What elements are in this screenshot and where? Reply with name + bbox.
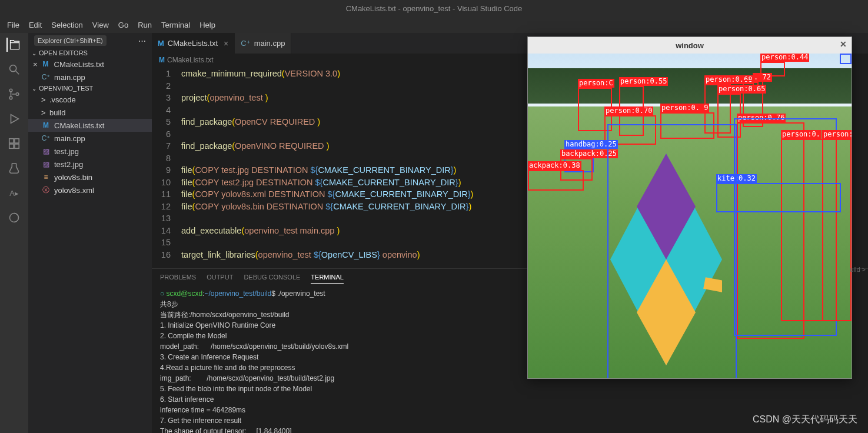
- detection-label: ackpack:0.38: [528, 161, 581, 170]
- cmake-icon[interactable]: [7, 211, 21, 225]
- cpp-file-icon: C⁺: [241, 39, 250, 48]
- image-file-icon: ▨: [41, 160, 51, 168]
- menubar: FileEditSelectionViewGoRunTerminalHelp: [0, 16, 868, 33]
- extensions-icon[interactable]: [7, 136, 21, 151]
- detection-label: person:0.44: [760, 54, 809, 62]
- binary-file-icon: ≡: [41, 173, 51, 181]
- close-editor-icon[interactable]: ×: [33, 60, 38, 69]
- svg-rect-7: [15, 139, 19, 143]
- panel-side-label: uild >: [850, 266, 866, 273]
- svg-rect-6: [9, 139, 14, 143]
- menu-file[interactable]: File: [2, 21, 24, 29]
- editor-tab[interactable]: C⁺main.cpp: [235, 33, 291, 54]
- open-editor-item[interactable]: ×MCMakeLists.txt: [28, 58, 152, 71]
- editor-tab[interactable]: MCMakeLists.txt×: [152, 33, 235, 54]
- file-tree-item[interactable]: ▨test2.jpg: [28, 158, 152, 171]
- menu-help[interactable]: Help: [195, 21, 220, 29]
- window-title: CMakeLists.txt - openvino_test - Visual …: [0, 0, 868, 16]
- detection-box: ackpack:0.38: [528, 170, 584, 191]
- panel-tab-terminal[interactable]: TERMINAL: [311, 274, 344, 284]
- menu-edit[interactable]: Edit: [24, 21, 46, 29]
- search-icon[interactable]: [7, 62, 21, 76]
- menu-selection[interactable]: Selection: [46, 21, 87, 29]
- sidebar-more-icon[interactable]: ⋯: [138, 36, 146, 45]
- source-control-icon[interactable]: [7, 87, 21, 101]
- close-tab-icon[interactable]: ×: [224, 39, 228, 48]
- run-debug-icon[interactable]: [7, 112, 21, 126]
- svg-line-1: [16, 71, 19, 75]
- menu-go[interactable]: Go: [114, 21, 133, 29]
- testing-icon[interactable]: [7, 161, 21, 175]
- svg-point-0: [10, 65, 16, 72]
- opencv-window[interactable]: window ✕ person:0.44cuperson:Cperson:0.5…: [527, 36, 852, 379]
- svg-point-4: [16, 93, 19, 96]
- opencv-window-title: window ✕: [528, 37, 852, 54]
- xml-file-icon: ⓧ: [41, 185, 51, 195]
- detection-label: person:0.55: [619, 77, 668, 86]
- cmake-file-icon: M: [41, 121, 51, 129]
- svg-rect-9: [15, 144, 19, 148]
- detection-label: . 72: [753, 73, 772, 82]
- image-file-icon: ▨: [41, 147, 51, 155]
- cmake-file-icon: M: [158, 39, 164, 48]
- menu-view[interactable]: View: [88, 21, 114, 29]
- activity-bar: A▸: [0, 33, 28, 433]
- detection-label: person:0: [822, 130, 852, 139]
- file-tree-item[interactable]: MCMakeLists.txt: [28, 119, 152, 132]
- detection-label: person:0.: [781, 130, 822, 139]
- file-tree-item[interactable]: C⁺main.cpp: [28, 132, 152, 145]
- open-editors-header[interactable]: ⌄OPEN EDITORS: [28, 48, 152, 58]
- detection-label: person:0.70: [604, 106, 653, 115]
- explorer-icon[interactable]: [6, 38, 21, 52]
- detection-label: person:C: [578, 79, 614, 88]
- svg-rect-8: [9, 144, 14, 148]
- cmake-file-icon: M: [159, 56, 165, 64]
- variables-icon[interactable]: A▸: [7, 186, 21, 200]
- menu-terminal[interactable]: Terminal: [157, 21, 195, 29]
- file-tree-item[interactable]: ⓧyolov8s.xml: [28, 184, 152, 196]
- detection-box: person:0: [822, 139, 852, 321]
- file-tree-item[interactable]: >build: [28, 106, 152, 119]
- detection-image: person:0.44cuperson:Cperson:0.55person:0…: [528, 54, 852, 378]
- sidebar: Explorer (Ctrl+Shift+E) ⋯ ⌄OPEN EDITORS …: [28, 33, 152, 433]
- svg-point-3: [9, 96, 12, 99]
- chevron-icon: >: [41, 108, 49, 117]
- detection-box: cu: [840, 54, 852, 64]
- panel-tab-output[interactable]: OUTPUT: [207, 274, 233, 284]
- close-icon[interactable]: ✕: [840, 39, 847, 49]
- panel-tab-problems[interactable]: PROBLEMS: [160, 274, 196, 284]
- detection-box: [607, 124, 737, 378]
- file-tree-item[interactable]: ≡yolov8s.bin: [28, 171, 152, 184]
- menu-run[interactable]: Run: [133, 21, 157, 29]
- watermark: CSDN @天天代码码天天: [753, 414, 857, 426]
- cpp-file-icon: C⁺: [41, 73, 51, 81]
- detection-label: person:0. 9: [660, 104, 709, 112]
- cpp-file-icon: C⁺: [41, 134, 51, 142]
- file-tree-item[interactable]: >.vscode: [28, 93, 152, 106]
- cmake-file-icon: M: [41, 60, 51, 68]
- detection-label: person:0.65: [717, 85, 766, 94]
- svg-point-2: [9, 89, 12, 92]
- panel-tab-debug-console[interactable]: DEBUG CONSOLE: [244, 274, 300, 284]
- explorer-tooltip: Explorer (Ctrl+Shift+E): [34, 35, 107, 46]
- open-editor-item[interactable]: C⁺main.cpp: [28, 71, 152, 84]
- svg-marker-5: [11, 115, 19, 124]
- chevron-icon: >: [41, 95, 49, 104]
- file-tree-item[interactable]: ▨test.jpg: [28, 145, 152, 158]
- project-header[interactable]: ⌄OPENVINO_TEST: [28, 84, 152, 93]
